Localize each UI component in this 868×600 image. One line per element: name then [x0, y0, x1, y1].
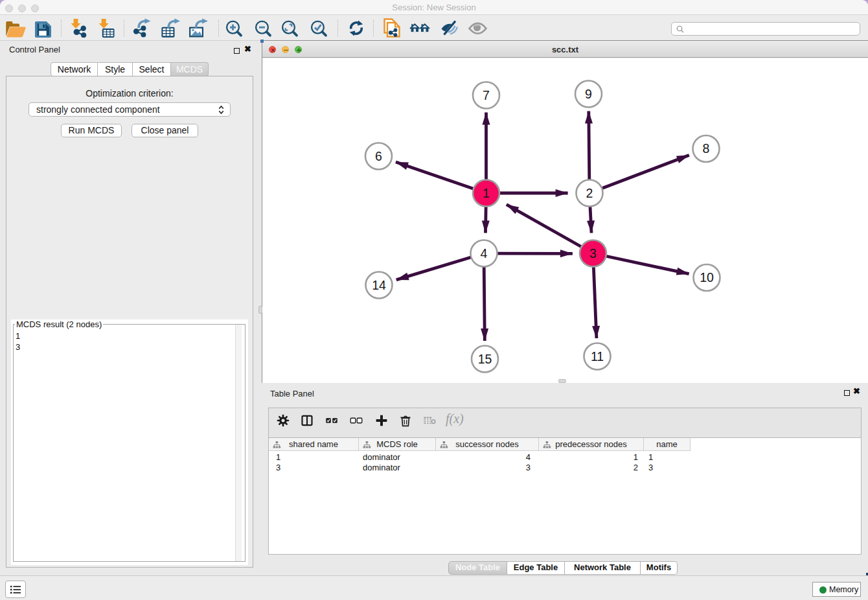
- svg-text:3: 3: [589, 246, 597, 260]
- svg-text:14: 14: [372, 278, 386, 292]
- svg-text:4: 4: [481, 246, 488, 260]
- svg-text:2: 2: [586, 186, 593, 200]
- svg-text:11: 11: [591, 349, 604, 363]
- svg-text:7: 7: [483, 88, 490, 102]
- svg-text:9: 9: [585, 87, 592, 101]
- svg-text:15: 15: [478, 352, 492, 366]
- svg-text:1: 1: [483, 186, 490, 200]
- svg-text:8: 8: [703, 141, 710, 156]
- svg-text:10: 10: [700, 270, 714, 284]
- svg-text:6: 6: [375, 149, 382, 163]
